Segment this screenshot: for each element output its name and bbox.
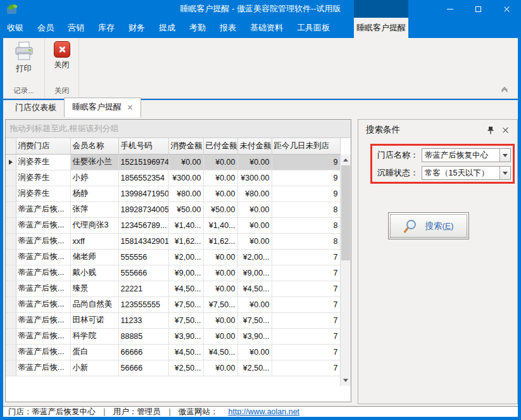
ribbon-tab[interactable]: 提成 [152, 18, 182, 38]
cell-paid-amount[interactable]: ¥0.00 [203, 360, 237, 376]
cell-store[interactable]: 蒂蓝产后恢... [16, 281, 70, 296]
table-row[interactable]: 蒂蓝产后恢... 代理商张3 123456789... ¥1,40... ¥1,… [6, 217, 340, 233]
cell-paid-amount[interactable]: ¥7,50... [203, 296, 237, 312]
ribbon-tab[interactable]: 营销 [61, 18, 91, 38]
cell-store[interactable]: 润姿养生 [16, 170, 70, 186]
cell-paid-amount[interactable]: ¥0.00 [203, 154, 237, 170]
cell-days-absent[interactable]: 9 [272, 186, 340, 201]
cell-phone[interactable]: 123456789... [118, 217, 168, 233]
cell-unpaid-amount[interactable]: ¥2,50... [237, 360, 272, 376]
cell-consume-amount[interactable]: ¥4,50... [168, 281, 203, 296]
cell-phone[interactable]: 11233 [118, 312, 168, 328]
column-header[interactable]: 消费金额 [168, 138, 203, 154]
cell-store[interactable]: 润姿养生 [16, 186, 70, 201]
cell-store[interactable]: 蒂蓝产后恢... [16, 217, 70, 233]
website-link[interactable]: http://www.aolan.net [229, 407, 300, 416]
cell-store[interactable]: 蒂蓝产后恢... [16, 328, 70, 344]
store-name-dropdown-button[interactable] [499, 149, 510, 162]
cell-store[interactable]: 蒂蓝产后恢... [16, 249, 70, 265]
cell-consume-amount[interactable]: ¥50.00 [168, 201, 203, 217]
minimize-button[interactable] [436, 0, 464, 18]
cell-paid-amount[interactable]: ¥0.00 [203, 328, 237, 344]
tab-close-icon[interactable] [127, 105, 133, 110]
close-command-button[interactable]: 关闭 [54, 41, 70, 70]
cell-phone[interactable]: 56666 [118, 360, 168, 376]
cell-consume-amount[interactable]: ¥7,50... [168, 312, 203, 328]
column-header[interactable]: 手机号码 [118, 138, 168, 154]
cell-days-absent[interactable]: 7 [272, 281, 340, 296]
cell-days-absent[interactable]: 7 [272, 265, 340, 281]
cell-days-absent[interactable]: 7 [272, 296, 340, 312]
table-row[interactable]: 润姿养生 小婷 1856552354 ¥300.00 ¥0.00 ¥300.00… [6, 170, 340, 186]
cell-phone[interactable]: 555556 [118, 249, 168, 265]
cell-store[interactable]: 蒂蓝产后恢... [16, 201, 70, 217]
cell-days-absent[interactable]: 8 [272, 233, 340, 249]
ribbon-collapse-chevron-icon[interactable] [500, 87, 509, 93]
cell-paid-amount[interactable]: ¥0.00 [203, 312, 237, 328]
cell-unpaid-amount[interactable]: ¥3,90... [237, 328, 272, 344]
table-row[interactable]: 蒂蓝产后恢... 田林可诺 11233 ¥7,50... ¥0.00 ¥7,50… [6, 312, 340, 328]
cell-member-name[interactable]: 臻景 [70, 281, 118, 296]
cell-paid-amount[interactable]: ¥0.00 [203, 265, 237, 281]
print-button[interactable]: 打印 [13, 41, 35, 74]
cell-member-name[interactable]: 品尚自然美 [70, 296, 118, 312]
ribbon-tab[interactable]: 报表 [213, 18, 243, 38]
tab-sleep-reminder[interactable]: 睡眠客户提醒 [64, 98, 141, 117]
table-row[interactable]: 蒂蓝产后恢... 科学院 88885 ¥3,90... ¥0.00 ¥3,90.… [6, 328, 340, 344]
search-button[interactable]: 搜索(E) [388, 212, 469, 239]
cell-days-absent[interactable]: 8 [272, 201, 340, 217]
ribbon-tab[interactable]: 会员 [30, 18, 61, 38]
cell-phone[interactable]: 13998471950 [118, 186, 168, 201]
store-name-combobox[interactable]: 蒂蓝产后恢复中心 [422, 148, 511, 162]
cell-unpaid-amount[interactable]: ¥7,50... [237, 312, 272, 328]
table-row[interactable]: 润姿养生 杨静 13998471950 ¥80.00 ¥0.00 ¥80.00 … [6, 186, 340, 201]
ribbon-tab[interactable]: 考勤 [182, 18, 213, 38]
scroll-down-button[interactable] [341, 375, 351, 386]
cell-unpaid-amount[interactable]: ¥0.00 [237, 233, 272, 249]
pin-icon[interactable] [487, 126, 494, 135]
table-row[interactable]: 蒂蓝产后恢... 张萍 18928734005 ¥50.00 ¥50.00 ¥0… [6, 201, 340, 217]
cell-phone[interactable]: 88885 [118, 328, 168, 344]
cell-store[interactable]: 蒂蓝产后恢... [16, 360, 70, 376]
cell-phone[interactable]: 1856552354 [118, 170, 168, 186]
table-row[interactable]: 润姿养生 佳婴张小兰 15215196974 ¥0.00 ¥0.00 ¥0.00… [6, 154, 340, 170]
cell-store[interactable]: 蒂蓝产后恢... [16, 344, 70, 360]
ribbon-tab[interactable]: 基础资料 [243, 18, 290, 38]
cell-store[interactable]: 润姿养生 [16, 154, 70, 170]
cell-consume-amount[interactable]: ¥0.00 [168, 154, 203, 170]
close-button[interactable] [493, 0, 521, 18]
ribbon-tab-sleep-reminder-active[interactable]: 睡眠客户提醒 [354, 18, 408, 38]
cell-member-name[interactable]: 田林可诺 [70, 312, 118, 328]
cell-paid-amount[interactable]: ¥0.00 [203, 170, 237, 186]
cell-consume-amount[interactable]: ¥3,90... [168, 328, 203, 344]
cell-member-name[interactable]: 杨静 [70, 186, 118, 201]
cell-store[interactable]: 蒂蓝产后恢... [16, 312, 70, 328]
column-header[interactable]: 已付金额 [203, 138, 237, 154]
cell-member-name[interactable]: 科学院 [70, 328, 118, 344]
cell-paid-amount[interactable]: ¥4,50... [203, 344, 237, 360]
cell-paid-amount[interactable]: ¥0.00 [203, 186, 237, 201]
scroll-up-button[interactable] [341, 155, 351, 165]
column-header[interactable]: 未付金额 [237, 138, 272, 154]
cell-member-name[interactable]: 小婷 [70, 170, 118, 186]
cell-phone[interactable]: 15814342901 [118, 233, 168, 249]
cell-store[interactable]: 蒂蓝产后恢... [16, 265, 70, 281]
vertical-scrollbar[interactable] [340, 155, 351, 386]
cell-phone[interactable]: 15215196974 [118, 154, 168, 170]
maximize-button[interactable] [464, 0, 493, 18]
cell-member-name[interactable]: 小新 [70, 360, 118, 376]
cell-days-absent[interactable]: 9 [272, 170, 340, 186]
column-header[interactable]: 会员名称 [70, 138, 118, 154]
table-row[interactable]: 蒂蓝产后恢... xxff 15814342901 ¥1,62... ¥1,62… [6, 233, 340, 249]
sleep-status-dropdown-button[interactable] [499, 167, 510, 179]
cell-days-absent[interactable]: 7 [272, 344, 340, 360]
cell-store[interactable]: 蒂蓝产后恢... [16, 296, 70, 312]
cell-paid-amount[interactable]: ¥1,62... [203, 233, 237, 249]
cell-consume-amount[interactable]: ¥2,50... [168, 360, 203, 376]
cell-member-name[interactable]: 佳婴张小兰 [70, 154, 118, 170]
cell-consume-amount[interactable]: ¥300.00 [168, 170, 203, 186]
cell-unpaid-amount[interactable]: ¥80.00 [237, 186, 272, 201]
cell-consume-amount[interactable]: ¥1,40... [168, 217, 203, 233]
cell-consume-amount[interactable]: ¥1,62... [168, 233, 203, 249]
cell-unpaid-amount[interactable]: ¥0.00 [237, 154, 272, 170]
